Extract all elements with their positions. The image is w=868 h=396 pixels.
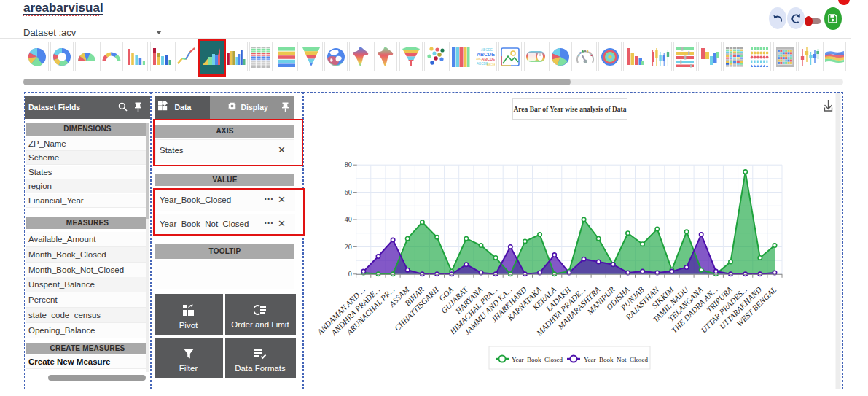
svg-text:80: 80 <box>345 160 352 168</box>
svg-text:Year_Book_Not_Closed: Year_Book_Not_Closed <box>584 356 649 363</box>
svg-text:0: 0 <box>348 270 352 278</box>
svg-text:ABCDE: ABCDE <box>477 51 495 56</box>
svg-text:20: 20 <box>345 243 352 251</box>
svg-text:Year_Book_Closed: Year_Book_Closed <box>512 356 563 363</box>
svg-text:ABCDE: ABCDE <box>482 57 496 61</box>
svg-text:ABCDE: ABCDE <box>487 63 495 66</box>
svg-text:40: 40 <box>345 215 352 223</box>
svg-text:60: 60 <box>345 188 352 196</box>
